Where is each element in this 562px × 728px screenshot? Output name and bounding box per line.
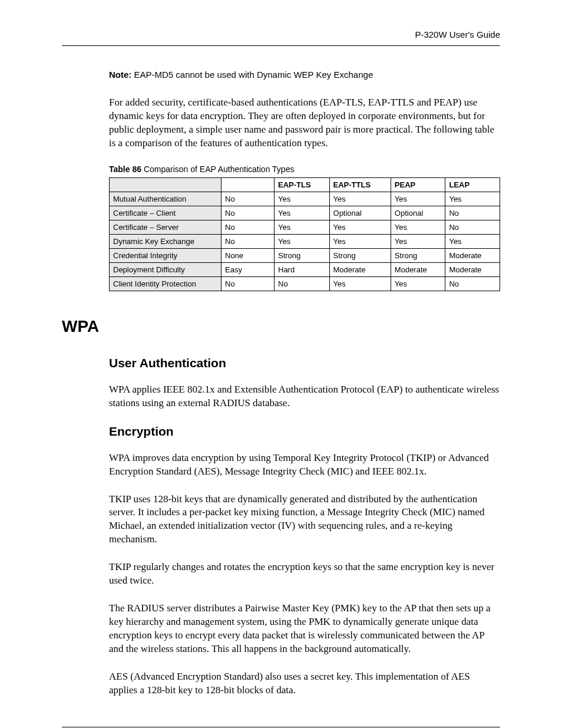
table-cell: Yes [391, 234, 445, 248]
para-user-auth: WPA applies IEEE 802.1x and Extensible A… [109, 383, 500, 410]
heading-encryption: Encryption [109, 424, 500, 439]
table-header: LEAP [445, 177, 500, 192]
note-text: EAP-MD5 cannot be used with Dynamic WEP … [131, 70, 373, 80]
table-cell: Yes [329, 192, 391, 206]
table-cell: Hard [275, 262, 330, 276]
table-cell: No [445, 220, 500, 234]
table-cell: No [275, 276, 330, 291]
table-row: Mutual AuthenticationNoYesYesYesYes [110, 192, 500, 206]
table-header: EAP-TLS [275, 177, 330, 192]
table-cell: Strong [329, 248, 391, 262]
table-cell: Yes [329, 276, 391, 291]
table-cell: Strong [275, 248, 330, 262]
table-row: Client Identity ProtectionNoNoYesYesNo [110, 276, 500, 291]
table-cell: Yes [329, 234, 391, 248]
eap-comparison-table: EAP-TLS EAP-TTLS PEAP LEAP Mutual Authen… [109, 177, 500, 291]
heading-user-authentication: User Authentication [109, 356, 500, 370]
table-cell: Strong [391, 248, 445, 262]
header-guide-title: P-320W User's Guide [62, 29, 500, 46]
table-row: Certificate – ServerNoYesYesYesNo [110, 220, 500, 234]
table-cell: Yes [275, 234, 330, 248]
table-cell: Yes [445, 234, 500, 248]
intro-paragraph: For added security, certificate-based au… [109, 96, 500, 150]
table-cell: Yes [391, 192, 445, 206]
para-encryption: TKIP uses 128-bit keys that are dynamica… [109, 493, 500, 547]
table-cell: Yes [329, 220, 391, 234]
table-cell: Easy [222, 262, 275, 276]
table-row: Certificate – ClientNoYesOptionalOptiona… [110, 206, 500, 220]
table-cell: Yes [275, 220, 330, 234]
table-cell: Certificate – Server [110, 220, 222, 234]
table-title: Comparison of EAP Authentication Types [141, 164, 294, 174]
table-cell: Optional [329, 206, 391, 220]
table-cell: No [222, 234, 275, 248]
table-cell: No [222, 206, 275, 220]
table-cell: No [222, 220, 275, 234]
table-number: Table 86 [109, 164, 141, 174]
table-row: Dynamic Key ExchangeNoYesYesYesYes [110, 234, 500, 248]
note-line: Note: EAP-MD5 cannot be used with Dynami… [109, 70, 500, 80]
table-cell: None [222, 248, 275, 262]
table-header [222, 177, 275, 192]
table-cell: Dynamic Key Exchange [110, 234, 222, 248]
table-cell: Credential Integrity [110, 248, 222, 262]
para-encryption: The RADIUS server distributes a Pairwise… [109, 602, 500, 656]
heading-wpa: WPA [62, 317, 500, 336]
table-cell: Optional [391, 206, 445, 220]
table-row: Credential IntegrityNoneStrongStrongStro… [110, 248, 500, 262]
table-cell: Deployment Difficulty [110, 262, 222, 276]
table-cell: No [445, 206, 500, 220]
table-cell: Yes [445, 192, 500, 206]
table-cell: Yes [275, 192, 330, 206]
para-encryption: WPA improves data encryption by using Te… [109, 452, 500, 479]
table-cell: Mutual Authentication [110, 192, 222, 206]
table-cell: Yes [391, 220, 445, 234]
table-header: EAP-TTLS [329, 177, 391, 192]
table-cell: Yes [275, 206, 330, 220]
table-cell: Client Identity Protection [110, 276, 222, 291]
table-cell: No [445, 276, 500, 291]
table-cell: Certificate – Client [110, 206, 222, 220]
table-caption: Table 86 Comparison of EAP Authenticatio… [109, 164, 500, 174]
note-label: Note: [109, 70, 131, 80]
para-encryption: TKIP regularly changes and rotates the e… [109, 561, 500, 588]
table-cell: Moderate [445, 248, 500, 262]
table-header: PEAP [391, 177, 445, 192]
table-cell: No [222, 276, 275, 291]
table-cell: Moderate [391, 262, 445, 276]
table-cell: No [222, 192, 275, 206]
para-encryption: AES (Advanced Encryption Standard) also … [109, 670, 500, 697]
table-header-row: EAP-TLS EAP-TTLS PEAP LEAP [110, 177, 500, 192]
table-row: Deployment DifficultyEasyHardModerateMod… [110, 262, 500, 276]
table-cell: Moderate [329, 262, 391, 276]
table-cell: Yes [391, 276, 445, 291]
table-cell: Moderate [445, 262, 500, 276]
table-header [110, 177, 222, 192]
